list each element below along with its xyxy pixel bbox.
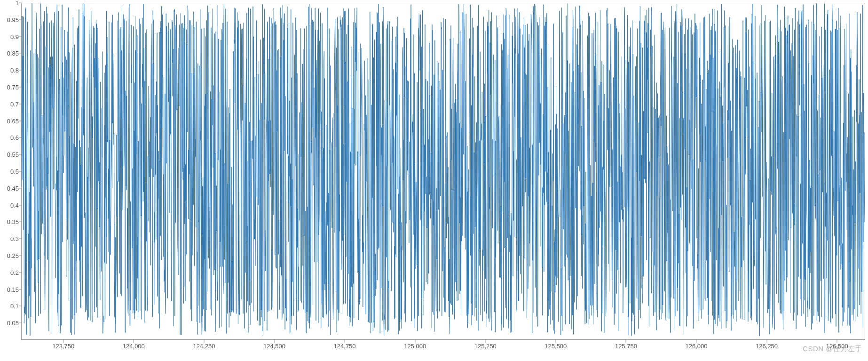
y-tick-mark — [19, 104, 21, 104]
x-tick-label: 126,250 — [756, 343, 778, 350]
y-tick-label: 0.3 — [2, 235, 19, 242]
y-tick-label: 0.2 — [2, 269, 19, 276]
y-tick-label: 0.1 — [2, 303, 19, 310]
y-tick-mark — [19, 239, 21, 239]
plot-area[interactable] — [21, 3, 865, 340]
x-tick-label: 125,000 — [404, 343, 426, 350]
y-tick-mark — [19, 323, 21, 323]
x-tick-label: 125,250 — [474, 343, 497, 350]
x-tick-mark — [555, 340, 556, 343]
y-tick-label: 0.9 — [2, 33, 19, 40]
y-tick-label: 0.5 — [2, 168, 19, 175]
y-tick-label: 0.45 — [2, 185, 19, 192]
y-tick-label: 1 — [2, 0, 19, 7]
y-tick-mark — [19, 256, 21, 256]
y-tick-mark — [19, 171, 21, 172]
x-tick-mark — [274, 340, 275, 343]
x-tick-label: 124,750 — [334, 343, 356, 350]
y-tick-mark — [19, 188, 21, 188]
x-tick-label: 126,500 — [826, 343, 848, 350]
y-tick-mark — [19, 19, 21, 20]
x-tick-mark — [345, 340, 345, 343]
y-tick-mark — [19, 120, 21, 121]
y-tick-label: 0.6 — [2, 134, 19, 141]
x-tick-label: 126,000 — [686, 343, 708, 350]
y-tick-mark — [19, 289, 21, 289]
y-tick-label: 0.05 — [2, 320, 19, 327]
y-tick-label: 0.85 — [2, 50, 19, 57]
x-tick-mark — [626, 340, 626, 343]
x-tick-mark — [134, 340, 134, 343]
y-tick-label: 0.8 — [2, 67, 19, 74]
y-tick-mark — [19, 154, 21, 155]
x-tick-mark — [63, 340, 63, 343]
y-tick-mark — [19, 70, 21, 71]
x-tick-mark — [485, 340, 486, 343]
x-tick-mark — [837, 340, 837, 343]
y-tick-label: 0.7 — [2, 100, 19, 107]
x-tick-label: 125,500 — [544, 343, 567, 350]
y-tick-label: 0.15 — [2, 286, 19, 293]
y-tick-mark — [19, 87, 21, 88]
y-tick-mark — [19, 306, 21, 306]
x-tick-mark — [204, 340, 204, 343]
y-tick-label: 0.55 — [2, 151, 19, 158]
y-tick-label: 0.25 — [2, 252, 19, 259]
y-tick-mark — [19, 205, 21, 205]
y-tick-mark — [19, 272, 21, 273]
y-tick-mark — [19, 137, 21, 138]
series-1-polyline — [22, 3, 865, 336]
x-tick-label: 125,750 — [615, 343, 637, 350]
y-tick-label: 0.95 — [2, 16, 19, 23]
y-tick-label: 0.4 — [2, 201, 19, 209]
y-tick-mark — [19, 222, 21, 222]
x-tick-label: 123,750 — [52, 343, 74, 350]
x-tick-label: 124,000 — [123, 343, 145, 350]
line-series — [22, 3, 865, 339]
y-tick-mark — [19, 53, 21, 54]
x-tick-mark — [766, 340, 767, 343]
x-tick-label: 124,500 — [263, 343, 285, 350]
chart-container: 0.050.10.150.20.250.30.350.40.450.50.550… — [0, 0, 868, 361]
x-tick-mark — [415, 340, 415, 343]
y-tick-label: 0.75 — [2, 84, 19, 91]
y-tick-mark — [19, 3, 21, 3]
y-tick-mark — [19, 36, 21, 37]
x-tick-mark — [696, 340, 697, 343]
y-tick-label: 0.35 — [2, 218, 19, 225]
x-tick-label: 124,250 — [193, 343, 215, 350]
y-tick-label: 0.65 — [2, 117, 19, 124]
